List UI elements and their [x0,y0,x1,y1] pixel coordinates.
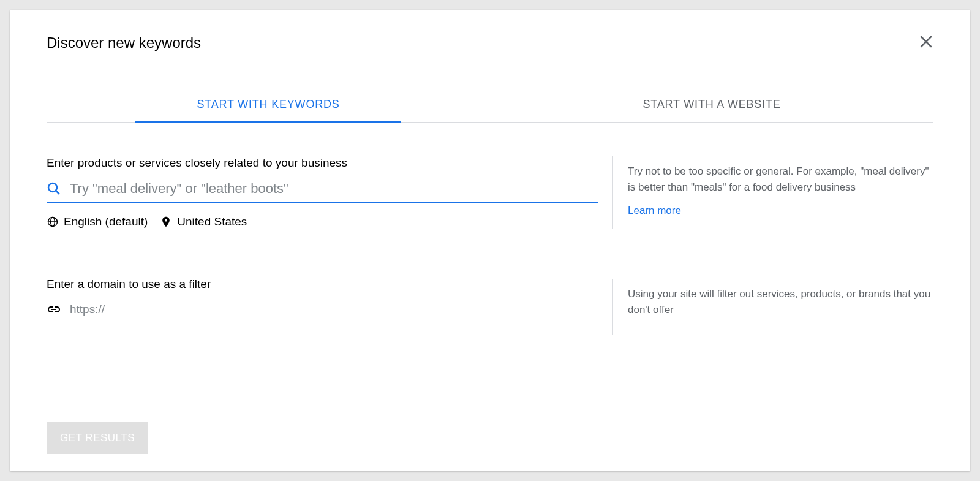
link-icon [47,302,61,317]
close-button[interactable] [914,29,938,56]
tab-start-with-website[interactable]: Start with a website [490,87,933,122]
keywords-field-label: Enter products or services closely relat… [47,156,598,170]
language-text: English (default) [64,215,148,229]
language-location-row: English (default) United States [47,215,598,229]
keywords-input[interactable] [70,181,598,197]
tab-start-with-keywords[interactable]: Start with keywords [47,87,490,122]
location-text: United States [177,215,247,229]
domain-help-column: Using your site will filter out services… [612,279,933,335]
search-icon [47,181,61,196]
keywords-left-column: Enter products or services closely relat… [47,156,598,229]
domain-input-wrap[interactable] [47,302,371,322]
location-selector[interactable]: United States [160,215,247,229]
domain-row: Enter a domain to use as a filter Using … [47,278,933,335]
close-icon [919,34,933,49]
keywords-row: Enter products or services closely relat… [47,156,933,229]
keywords-help-column: Try not to be too specific or general. F… [612,156,933,229]
domain-help-text: Using your site will filter out services… [628,286,933,317]
card-header: Discover new keywords [10,10,970,56]
tabs-container: Start with keywords Start with a website [47,87,933,123]
domain-input[interactable] [70,303,371,316]
language-selector[interactable]: English (default) [47,215,148,229]
content-area: Enter products or services closely relat… [10,123,970,335]
page-title: Discover new keywords [47,34,201,51]
get-results-button[interactable]: Get results [47,422,148,454]
keywords-help-text: Try not to be too specific or general. F… [628,164,933,195]
location-pin-icon [160,216,172,228]
svg-line-3 [56,191,59,194]
keywords-input-wrap[interactable] [47,181,598,203]
keyword-planner-card: Discover new keywords Start with keyword… [10,10,970,471]
footer: Get results [47,422,148,454]
domain-left-column: Enter a domain to use as a filter [47,278,598,335]
globe-icon [47,216,59,228]
svg-point-2 [48,183,57,192]
domain-field-label: Enter a domain to use as a filter [47,278,598,291]
learn-more-link[interactable]: Learn more [628,205,681,216]
